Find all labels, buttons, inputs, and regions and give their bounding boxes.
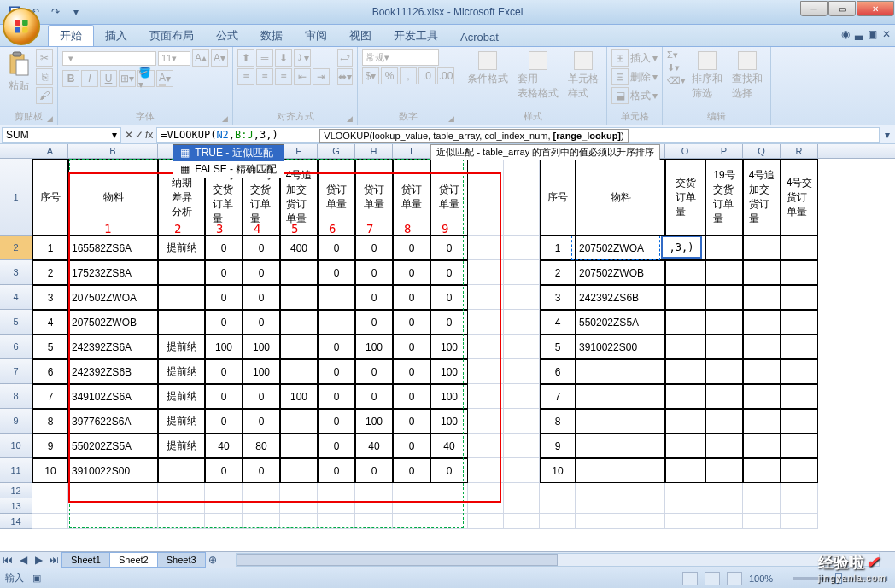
number-launcher-icon[interactable]: ◢ xyxy=(448,114,454,123)
cell[interactable] xyxy=(280,310,318,335)
cell[interactable]: 物料 xyxy=(576,159,665,236)
cell[interactable] xyxy=(743,434,781,458)
cell[interactable] xyxy=(705,236,743,260)
cell[interactable] xyxy=(318,498,355,514)
cell[interactable] xyxy=(468,514,504,529)
cell[interactable] xyxy=(68,483,158,498)
cell[interactable] xyxy=(280,359,318,384)
cell[interactable]: 0 xyxy=(205,458,243,483)
cell[interactable] xyxy=(743,514,781,529)
cell[interactable] xyxy=(665,384,705,409)
cut-icon[interactable]: ✂ xyxy=(36,49,53,67)
cell[interactable] xyxy=(781,483,818,498)
zoom-out-icon[interactable]: − xyxy=(780,573,785,584)
sheet-tab[interactable]: Sheet1 xyxy=(61,552,110,568)
border-icon[interactable]: ⊞▾ xyxy=(119,70,136,87)
font-combo[interactable]: ▾ xyxy=(62,51,156,66)
worksheet-grid[interactable]: A B C D E F G H I J K L M N O P Q R 1序号物… xyxy=(0,144,895,545)
indent-inc-icon[interactable]: ⇥ xyxy=(313,68,330,85)
help-icon[interactable]: ◉ xyxy=(841,28,850,40)
cell[interactable] xyxy=(32,498,68,514)
cell[interactable]: 0 xyxy=(430,260,468,285)
cell[interactable]: 0 xyxy=(243,260,280,285)
cell[interactable] xyxy=(393,514,430,529)
cell[interactable]: 0 xyxy=(205,310,243,335)
cell[interactable]: 0 xyxy=(318,260,355,285)
cell[interactable]: 3977622S6A xyxy=(68,409,158,434)
cell[interactable]: 4 xyxy=(540,310,576,335)
active-cell[interactable]: ,3,) xyxy=(661,236,702,259)
indent-dec-icon[interactable]: ⇤ xyxy=(294,68,311,85)
prev-sheet-icon[interactable]: ◀ xyxy=(15,554,31,566)
cell[interactable]: 100 xyxy=(280,384,318,409)
formula-bar[interactable]: =VLOOKUP(N2,B:J,3,) VLOOKUP(lookup_value… xyxy=(156,127,880,143)
underline-icon[interactable]: U xyxy=(100,70,117,87)
cell[interactable]: 550202ZS5A xyxy=(576,310,665,335)
pagebreak-view-icon[interactable] xyxy=(727,572,742,585)
cell[interactable] xyxy=(576,483,665,498)
cell[interactable] xyxy=(318,514,355,529)
cell[interactable] xyxy=(504,384,540,409)
cell[interactable]: 9 xyxy=(540,434,576,458)
row-header[interactable]: 1 xyxy=(0,159,32,236)
cell[interactable] xyxy=(280,514,318,529)
macro-record-icon[interactable]: ▣ xyxy=(32,573,41,584)
cell[interactable]: 0 xyxy=(243,285,280,310)
restore-doc-icon[interactable]: ▣ xyxy=(868,28,877,40)
align-right-icon[interactable]: ≡ xyxy=(275,68,292,85)
format-cells-icon[interactable]: ⬓ xyxy=(611,87,629,104)
cell[interactable]: 100 xyxy=(430,409,468,434)
fontsize-combo[interactable]: 11 ▾ xyxy=(158,51,190,66)
cell[interactable] xyxy=(576,384,665,409)
cell[interactable]: 提前纳 xyxy=(158,409,205,434)
cell[interactable]: 3910022S00 xyxy=(576,335,665,359)
cell[interactable] xyxy=(576,434,665,458)
cell[interactable] xyxy=(504,236,540,260)
horizontal-scrollbar[interactable] xyxy=(236,553,880,567)
cell[interactable]: 8 xyxy=(32,409,68,434)
align-left-icon[interactable]: ≡ xyxy=(237,68,254,85)
cell[interactable]: 1 xyxy=(32,236,68,260)
cell[interactable]: 0 xyxy=(205,384,243,409)
cell[interactable]: 4号追 加交 货订 单量 xyxy=(280,159,318,236)
cell[interactable]: 100 xyxy=(430,335,468,359)
cell[interactable]: 0 xyxy=(355,285,393,310)
align-bottom-icon[interactable]: ⬇ xyxy=(275,49,292,67)
cell[interactable]: 100 xyxy=(430,359,468,384)
cell[interactable]: 贷订 单量 xyxy=(355,159,393,236)
cell[interactable] xyxy=(243,483,280,498)
cell[interactable]: 0 xyxy=(205,285,243,310)
cell[interactable] xyxy=(743,498,781,514)
cell[interactable] xyxy=(781,514,818,529)
colhead-B[interactable]: B xyxy=(68,144,158,158)
cell[interactable] xyxy=(280,285,318,310)
cell[interactable] xyxy=(158,310,205,335)
colhead-R[interactable]: R xyxy=(781,144,818,158)
cell[interactable]: 242392ZS6B xyxy=(68,359,158,384)
cell[interactable]: 0 xyxy=(243,409,280,434)
cell[interactable]: 7 xyxy=(32,384,68,409)
select-all-corner[interactable] xyxy=(0,144,32,158)
row-header[interactable]: 3 xyxy=(0,260,32,285)
cell[interactable] xyxy=(32,483,68,498)
qat-more-icon[interactable]: ▾ xyxy=(67,3,85,20)
cell[interactable] xyxy=(504,434,540,458)
cell[interactable]: 0 xyxy=(393,458,430,483)
colhead-O[interactable]: O xyxy=(665,144,705,158)
tab-formulas[interactable]: 公式 xyxy=(205,26,249,46)
clear-icon[interactable]: ⌫▾ xyxy=(667,75,686,86)
align-top-icon[interactable]: ⬆ xyxy=(237,49,254,67)
fill-icon[interactable]: ⬇▾ xyxy=(667,62,680,73)
find-select-button[interactable]: 查找和 选择 xyxy=(728,49,766,102)
cell[interactable] xyxy=(205,514,243,529)
cell[interactable] xyxy=(504,285,540,310)
align-launcher-icon[interactable]: ◢ xyxy=(347,114,353,123)
cell[interactable]: 2 xyxy=(540,260,576,285)
row-header[interactable]: 7 xyxy=(0,359,32,384)
row-header[interactable]: 11 xyxy=(0,458,32,483)
cell[interactable]: 0 xyxy=(318,384,355,409)
font-color-icon[interactable]: A▾ xyxy=(156,70,173,87)
cell[interactable]: 0 xyxy=(205,260,243,285)
cell[interactable]: 0 xyxy=(393,310,430,335)
cell[interactable]: 1 xyxy=(540,236,576,260)
